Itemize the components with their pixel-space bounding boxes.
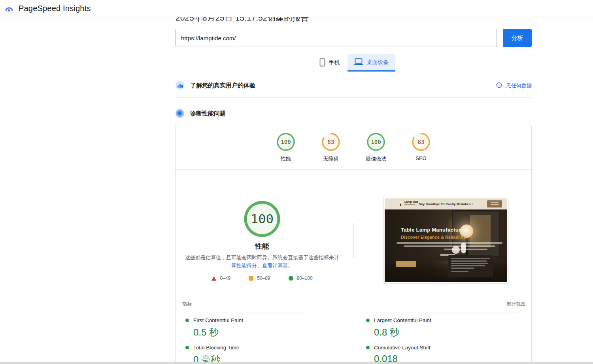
score-label: 性能 (281, 155, 291, 162)
lab-report-card: 100 性能 83 无障碍 100 最佳做法 (175, 124, 532, 364)
thumb-testimonial-card (448, 255, 493, 277)
diagnose-section-title: 诊断性能问题 (190, 110, 226, 117)
metric-name: First Contentful Paint (193, 317, 243, 323)
page-screenshot-thumbnail[interactable]: Lamp Tide Say Goodbye To Costly Mistakes… (383, 197, 508, 283)
thumb-site-topbar: Lamp Tide Say Goodbye To Costly Mistakes… (385, 198, 507, 209)
score-value: 100 (366, 132, 385, 151)
thumb-hero-subtitle: Discover Elegance & Reliability (401, 235, 466, 240)
section-divider (175, 97, 532, 98)
info-icon[interactable] (496, 82, 502, 90)
score-label: 无障碍 (323, 155, 339, 162)
main-content: 2025年8月25日 15:17:52创建的报告 分析 手机 桌面设备 了 (175, 0, 532, 364)
legend-fail: 0–49 (212, 275, 230, 281)
tab-desktop[interactable]: 桌面设备 (347, 54, 395, 72)
metric-name: Cumulative Layout Shift (374, 345, 431, 351)
tab-mobile-label: 手机 (329, 59, 340, 66)
tab-desktop-label: 桌面设备 (367, 59, 389, 66)
card-divider (176, 169, 531, 170)
score-label: 最佳做法 (366, 155, 386, 162)
tab-mobile[interactable]: 手机 (312, 54, 347, 72)
legend-fail-range: 0–49 (220, 275, 230, 281)
legend-pass-icon (289, 276, 293, 281)
metric-tbt: Total Blocking Time 0 毫秒 (182, 340, 306, 364)
legend-pass: 90–100 (289, 275, 313, 281)
punctuation: 。 (257, 262, 262, 268)
thumb-hero: Table Lamp Manufacturers Discover Elegan… (385, 209, 507, 282)
bottom-scrollbar-strip[interactable] (0, 362, 593, 364)
app-header: PageSpeed Insights (0, 0, 593, 17)
performance-score-value: 100 (244, 201, 280, 237)
real-users-icon (176, 81, 184, 90)
metric-cls: Cumulative Layout Shift 0.018 (363, 340, 526, 364)
metric-name: Largest Contentful Paint (374, 317, 431, 323)
score-gauge-best-practices[interactable]: 100 最佳做法 (362, 132, 390, 162)
vertical-divider (353, 223, 354, 258)
metric-value: 0.8 秒 (374, 326, 526, 339)
score-value: 83 (412, 132, 431, 151)
gauge-ring: 83 (412, 132, 431, 151)
diagnose-icon (176, 109, 184, 118)
thumb-paragraph-line (444, 249, 487, 250)
url-input[interactable] (175, 29, 497, 47)
laptop-icon (354, 58, 363, 67)
pagespeed-insights-page: 2025年8月25日 15:17:52创建的报告 分析 手机 桌面设备 了 (0, 0, 593, 364)
analyze-button[interactable]: 分析 (503, 29, 532, 47)
metric-status-icon (185, 346, 189, 349)
score-label: SEO (415, 155, 426, 161)
gauge-description: 这些都是估算值，且可能会因时而异。系统会直接基于这些指标来计算性能得分。查看计算… (183, 254, 341, 269)
metric-lcp: Largest Contentful Paint 0.8 秒 (363, 313, 526, 340)
score-gauge-performance[interactable]: 100 性能 (272, 132, 300, 162)
performance-gauge-label: 性能 (176, 241, 349, 251)
device-tabs: 手机 桌面设备 (175, 54, 532, 72)
score-value: 100 (276, 132, 295, 151)
thumb-vase (461, 243, 466, 253)
legend-average-icon (249, 276, 253, 281)
legend-pass-range: 90–100 (297, 275, 313, 281)
pagespeed-logo-icon[interactable] (4, 4, 14, 14)
score-gauge-accessibility[interactable]: 83 无障碍 (317, 132, 345, 162)
gauge-description-text: 这些都是估算值，且可能会因时而异。系统会直接基于这些指标来 (185, 255, 334, 260)
legend-fail-icon (212, 276, 216, 281)
punctuation: 。 (288, 262, 293, 268)
thumb-quote-button (396, 261, 416, 267)
diagnose-section-header: 诊断性能问题 (176, 109, 226, 118)
category-scores-row: 100 性能 83 无障碍 100 最佳做法 (176, 132, 531, 162)
crux-no-data: 无任何数据 (496, 81, 532, 91)
metric-value: 0.5 秒 (193, 326, 306, 339)
gauge-ring: 83 (321, 132, 340, 151)
thumb-hero-title: Table Lamp Manufacturers (401, 227, 469, 233)
legend-average: 50–89 (249, 275, 270, 281)
score-legend: 0–49 50–89 90–100 (176, 275, 349, 281)
phone-icon (319, 58, 325, 68)
metric-status-icon (366, 319, 370, 322)
performance-gauge: 100 (244, 201, 280, 237)
thumb-paragraph-line (404, 245, 495, 247)
crux-section-title: 了解您的真实用户的体验 (190, 82, 255, 89)
thumb-paragraph-line (397, 242, 502, 244)
metric-status-icon (185, 319, 189, 322)
metric-fcp: First Contentful Paint 0.5 秒 (182, 313, 306, 340)
link-view-calculator[interactable]: 查看计算器 (262, 262, 288, 268)
crux-section-header: 了解您的真实用户的体验 (176, 81, 255, 90)
gauge-ring: 100 (276, 132, 295, 151)
metric-name: Total Blocking Time (193, 345, 239, 351)
app-title[interactable]: PageSpeed Insights (19, 4, 91, 13)
no-data-link[interactable]: 无任何数据 (506, 82, 532, 89)
score-gauge-seo[interactable]: 83 SEO (407, 132, 435, 162)
thumb-topbar-button (487, 200, 502, 207)
score-value: 83 (321, 132, 340, 151)
metrics-heading: 指标 (182, 301, 192, 307)
metric-status-icon (366, 346, 370, 349)
legend-average-range: 50–89 (257, 275, 270, 281)
gauge-ring: 100 (366, 132, 385, 151)
expand-view-button[interactable]: 展开视图 (506, 301, 525, 307)
